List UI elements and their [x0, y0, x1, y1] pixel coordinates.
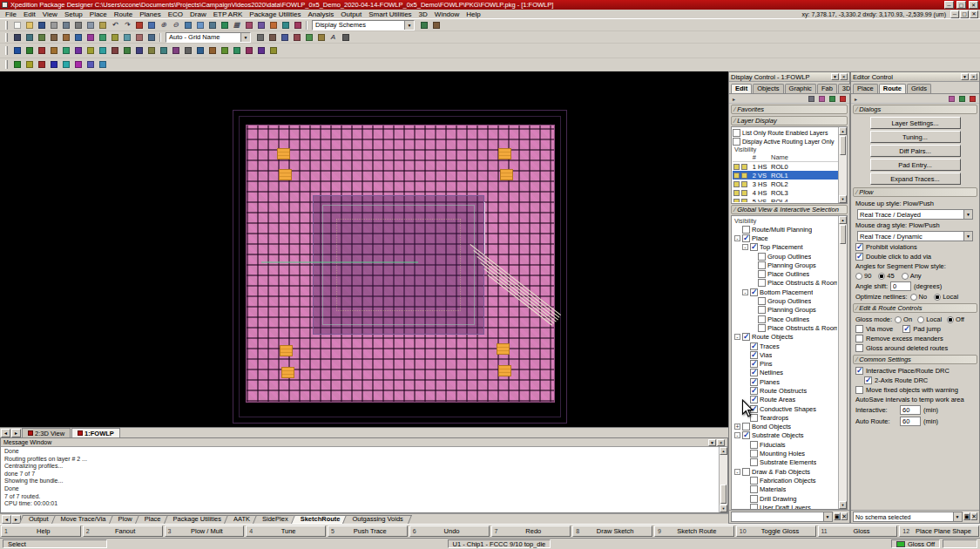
layer-row[interactable]: 5 VS ROL4: [733, 197, 846, 202]
save-icon[interactable]: [36, 20, 47, 30]
menu-item[interactable]: Place: [86, 10, 111, 18]
tree-item[interactable]: Route/Multi Planning: [733, 225, 837, 234]
redo-icon[interactable]: ↷: [121, 20, 132, 30]
move-fixed-checkbox[interactable]: [855, 386, 863, 394]
fkey-button[interactable]: 1 Help: [1, 525, 81, 537]
dropdown-arrow-icon[interactable]: ▼: [240, 33, 250, 42]
view-tab[interactable]: 2:3D View: [22, 428, 71, 437]
menu-item[interactable]: Planes: [136, 10, 164, 18]
angle-radio-option[interactable]: Any: [902, 272, 922, 280]
diff-pair-icon[interactable]: [133, 45, 145, 56]
corner-pad[interactable]: [498, 148, 511, 159]
meander-icon[interactable]: [145, 45, 157, 56]
delete-scheme-icon[interactable]: ✕: [841, 512, 848, 520]
mouse-up-style-combo[interactable]: Real Trace / Delayed ▼: [857, 209, 973, 220]
via-pattern-icon[interactable]: [158, 45, 169, 56]
probe-icon[interactable]: [255, 45, 267, 56]
die-icon[interactable]: [133, 32, 145, 43]
visibility-checkbox[interactable]: [750, 387, 758, 395]
mdi-close-button[interactable]: ✕: [970, 10, 978, 18]
gloss-deleted-option[interactable]: Gloss around deleted routes: [854, 343, 977, 353]
dimension-icon[interactable]: [315, 32, 327, 43]
menu-item[interactable]: Edit: [20, 10, 39, 18]
menu-item[interactable]: Setup: [61, 10, 86, 18]
move-fixed-option[interactable]: Move fixed objects with warning: [854, 385, 977, 395]
menu-item[interactable]: Analysis: [304, 10, 337, 18]
tree-item[interactable]: Fabrication Objects: [733, 476, 837, 485]
optimize-radio-option[interactable]: No: [910, 293, 928, 301]
scheme-icon[interactable]: [828, 94, 837, 103]
tree-item[interactable]: Traces: [733, 342, 837, 350]
delete-icon[interactable]: [133, 20, 145, 30]
menu-item[interactable]: Help: [463, 10, 483, 18]
tree-item[interactable]: Fiducials: [733, 440, 837, 449]
visibility-checkbox[interactable]: [742, 431, 750, 439]
cut-icon[interactable]: [72, 20, 84, 30]
corner-pad[interactable]: [277, 148, 290, 159]
expander-icon[interactable]: +: [734, 424, 740, 430]
tree-item[interactable]: Substrate Elements: [733, 458, 837, 467]
tree-item[interactable]: Pins: [733, 359, 837, 368]
dropdown-arrow-icon[interactable]: ▼: [953, 512, 962, 521]
corner-pad[interactable]: [498, 365, 511, 376]
chevron-right-icon[interactable]: ▸: [731, 96, 737, 102]
interactive-drc-checkbox[interactable]: [855, 367, 863, 375]
editor-control-tab[interactable]: Grids: [907, 84, 931, 93]
corner-pad[interactable]: [279, 169, 292, 180]
scroll-down-icon[interactable]: ▼: [839, 501, 847, 509]
expander-icon[interactable]: -: [734, 235, 740, 241]
drc-icon[interactable]: [292, 20, 303, 30]
text-icon[interactable]: A: [328, 32, 339, 43]
fanout-icon[interactable]: [60, 45, 71, 56]
layer-row[interactable]: 3 HS ROL2: [733, 180, 846, 188]
layer-display-option[interactable]: Display Active Routing Layer Only: [733, 137, 846, 146]
tune-icon[interactable]: [48, 45, 59, 56]
layer-row[interactable]: 2 VS ROL1: [733, 171, 846, 180]
fkey-button[interactable]: 5 Push Trace: [328, 525, 408, 537]
scroll-up-icon[interactable]: ▲: [720, 447, 727, 455]
message-scrollbar[interactable]: ▲ ▼: [719, 447, 727, 512]
tree-item[interactable]: Planes: [733, 377, 837, 386]
two-axis-drc-checkbox[interactable]: [864, 376, 872, 384]
message-window-menu-button[interactable]: ▼: [708, 439, 716, 446]
menu-item[interactable]: Output: [337, 10, 365, 18]
pan-icon[interactable]: [206, 20, 218, 30]
menu-item[interactable]: ECO: [165, 10, 186, 18]
tree-item[interactable]: - Draw & Fab Objects: [733, 467, 837, 476]
corner-pad[interactable]: [497, 343, 510, 355]
fkey-button[interactable]: 8 Draw Sketch: [572, 525, 652, 537]
menu-item[interactable]: ETP ARK: [210, 10, 247, 18]
scroll-down-icon[interactable]: ▼: [720, 505, 727, 512]
bus-route-icon[interactable]: [109, 45, 120, 56]
tree-item[interactable]: - Place: [733, 234, 837, 242]
close-button[interactable]: ✕: [969, 1, 978, 9]
tab-scroll-left-button[interactable]: ◄: [2, 515, 11, 524]
remove-meanders-option[interactable]: Remove excess meanders: [854, 334, 977, 343]
layer-list-scrollbar[interactable]: ▲ ▼: [838, 127, 847, 203]
maximize-button[interactable]: ▢: [956, 1, 966, 9]
chevron-right-icon[interactable]: ▸: [853, 96, 859, 102]
prohibit-violations-option[interactable]: Prohibit violations: [854, 242, 977, 252]
zoom-area-icon[interactable]: [194, 20, 206, 30]
corner-pad[interactable]: [500, 169, 513, 180]
copy-icon[interactable]: [84, 20, 96, 30]
tree-item[interactable]: Netlines: [733, 369, 837, 377]
option-checkbox[interactable]: [733, 138, 740, 146]
save-scheme-icon[interactable]: ▣: [834, 512, 841, 520]
panel-close-button[interactable]: ✕: [970, 73, 977, 80]
display-control-tab[interactable]: Objects: [753, 84, 783, 93]
scroll-thumb[interactable]: [720, 485, 727, 504]
visibility-checkbox[interactable]: [742, 423, 750, 430]
fkey-button[interactable]: 10 Toggle Gloss: [736, 525, 816, 537]
panel-menu-button[interactable]: ▼: [961, 73, 969, 80]
edit-route-section-header[interactable]: ∕Edit & Route Controls: [853, 303, 977, 313]
dropdown-arrow-icon[interactable]: ▼: [963, 210, 972, 219]
design-canvas[interactable]: [0, 71, 728, 427]
smooth-icon[interactable]: [97, 45, 108, 56]
tree-item[interactable]: Place Obstructs & Rooms: [733, 323, 837, 332]
mdi-restore-button[interactable]: ▢: [960, 10, 969, 18]
tree-item[interactable]: Place Obstructs & Rooms: [733, 279, 837, 288]
expander-icon[interactable]: -: [734, 432, 740, 438]
visibility-checkbox[interactable]: [750, 485, 758, 493]
bookmark-icon[interactable]: [84, 59, 96, 70]
